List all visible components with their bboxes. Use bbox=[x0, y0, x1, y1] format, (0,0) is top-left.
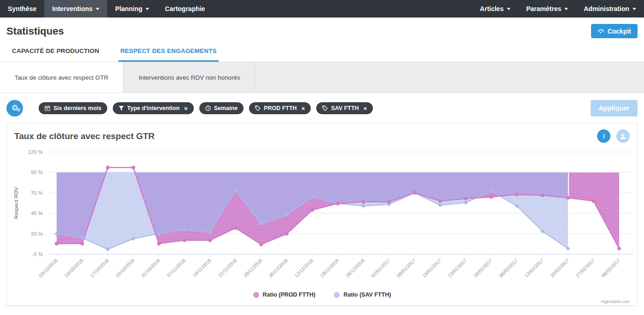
x-axis-tick-label: 09/01/2017 bbox=[395, 257, 417, 279]
subtab-taux-de-cloture[interactable]: Taux de clôture avec respect GTR bbox=[0, 62, 123, 93]
x-axis-tick-label: 10/10/2016 bbox=[63, 257, 84, 279]
nav-label: Paramètres bbox=[526, 5, 561, 12]
prod-marker[interactable] bbox=[438, 199, 442, 203]
remove-filter-icon[interactable]: × bbox=[363, 105, 367, 112]
cockpit-button[interactable]: Cockpit bbox=[591, 24, 638, 38]
x-axis-tick-label: 16/01/2017 bbox=[421, 257, 442, 279]
prod-marker[interactable] bbox=[413, 191, 417, 195]
nav-item-interventions[interactable]: Interventions bbox=[44, 0, 107, 18]
chart-card-header: Taux de clôture avec respect GTR i bbox=[7, 123, 637, 143]
gear-icon: ⚙ bbox=[17, 102, 21, 118]
nav-item-synthese[interactable]: Synthèse bbox=[0, 0, 44, 18]
prod-marker[interactable] bbox=[310, 208, 314, 212]
remove-filter-icon[interactable]: × bbox=[184, 105, 188, 112]
prod-marker[interactable] bbox=[617, 247, 621, 251]
prod-marker[interactable] bbox=[208, 239, 212, 242]
x-axis-tick-label: 21/11/2016 bbox=[217, 257, 238, 278]
legend-item-sav-ftth[interactable]: Ratio (SAV FTTH) bbox=[334, 292, 391, 298]
x-axis-tick-label: 14/11/2016 bbox=[191, 257, 212, 278]
prod-marker[interactable] bbox=[285, 232, 289, 236]
prod-marker[interactable] bbox=[362, 200, 366, 204]
filter-chips: Six derniers mois Type d'intervention × … bbox=[39, 102, 373, 114]
nav-label: Articles bbox=[480, 5, 504, 12]
nav-item-articles[interactable]: Articles bbox=[472, 0, 518, 18]
legend-label: Ratio (SAV FTTH) bbox=[343, 292, 391, 298]
top-nav: Synthèse Interventions Planning Cartogra… bbox=[0, 0, 644, 18]
prod-marker[interactable] bbox=[106, 166, 110, 169]
prod-marker[interactable] bbox=[515, 192, 519, 196]
x-axis-tick-label: 02/01/2017 bbox=[370, 257, 391, 279]
download-button[interactable] bbox=[616, 129, 630, 143]
sub-tabs: Taux de clôture avec respect GTR Interve… bbox=[0, 62, 644, 93]
x-axis-tick-label: 24/10/2016 bbox=[114, 257, 135, 279]
x-axis-tick-label: 03/10/2016 bbox=[38, 257, 59, 279]
filter-bar: ⚙⚙ Six derniers mois Type d'intervention… bbox=[0, 93, 644, 123]
prod-marker[interactable] bbox=[566, 196, 570, 199]
tab-capacite-de-production[interactable]: CAPACITÉ DE PRODUCTION bbox=[10, 41, 101, 62]
x-axis-tick-label: 30/01/2017 bbox=[472, 257, 493, 279]
chevron-down-icon bbox=[145, 8, 149, 10]
x-axis-tick-label: 12/12/2016 bbox=[293, 257, 314, 279]
chip-label: Semaine bbox=[214, 105, 238, 111]
funnel-icon bbox=[119, 106, 124, 111]
x-axis-tick-label: 13/02/2017 bbox=[523, 257, 545, 279]
subtab-rdv-non-honores[interactable]: Interventions avec RDV non honorés bbox=[123, 62, 256, 93]
legend-item-prod-ftth[interactable]: Ratio (PROD FTTH) bbox=[253, 292, 316, 298]
calendar-icon bbox=[45, 105, 50, 111]
y-axis-tick-label: 70 % bbox=[31, 190, 43, 196]
nav-item-planning[interactable]: Planning bbox=[107, 0, 157, 18]
chip-prod-ftth[interactable]: PROD FTTH × bbox=[249, 102, 311, 114]
nav-label: Cartographie bbox=[165, 5, 205, 12]
area-prod-region bbox=[569, 172, 619, 248]
legend-marker-sav bbox=[334, 292, 340, 298]
tag-icon bbox=[322, 105, 328, 111]
chip-type-intervention[interactable]: Type d'intervention × bbox=[113, 102, 193, 114]
prod-marker[interactable] bbox=[592, 199, 595, 203]
x-axis-tick-label: 28/11/2016 bbox=[243, 257, 263, 278]
prod-marker[interactable] bbox=[157, 242, 161, 245]
x-axis-tick-label: 20/02/2017 bbox=[549, 257, 570, 279]
legend-marker-prod bbox=[253, 292, 259, 298]
y-axis-tick-label: 120 % bbox=[28, 149, 43, 155]
prod-marker[interactable] bbox=[234, 226, 238, 230]
nav-item-parametres[interactable]: Paramètres bbox=[518, 0, 576, 18]
nav-label: Administration bbox=[584, 5, 629, 12]
prod-marker[interactable] bbox=[183, 239, 186, 242]
prod-marker[interactable] bbox=[540, 193, 544, 197]
area-chart[interactable]: -5 %20 %45 %70 %95 %120 %Respect RDV03/1… bbox=[7, 143, 637, 289]
nav-item-administration[interactable]: Administration bbox=[576, 0, 644, 18]
x-axis-tick-label: 06/02/2017 bbox=[498, 257, 519, 279]
clock-icon bbox=[205, 105, 211, 111]
cockpit-label: Cockpit bbox=[608, 28, 631, 35]
nav-spacer bbox=[213, 0, 472, 18]
highcharts-credit[interactable]: Highcharts.com bbox=[601, 299, 630, 304]
remove-filter-icon[interactable]: × bbox=[302, 105, 305, 112]
prod-marker[interactable] bbox=[336, 202, 340, 205]
prod-marker[interactable] bbox=[464, 197, 468, 200]
prod-marker[interactable] bbox=[132, 166, 135, 169]
prod-marker[interactable] bbox=[55, 242, 58, 245]
info-button[interactable]: i bbox=[597, 129, 610, 143]
filter-settings-button[interactable]: ⚙⚙ bbox=[6, 100, 23, 117]
prod-marker[interactable] bbox=[259, 243, 263, 246]
x-axis-tick-label: 07/11/2016 bbox=[166, 257, 186, 278]
chip-semaine[interactable]: Semaine bbox=[199, 102, 244, 114]
nav-item-cartographie[interactable]: Cartographie bbox=[157, 0, 213, 18]
y-axis-tick-label: 45 % bbox=[31, 210, 43, 216]
prod-marker[interactable] bbox=[387, 200, 391, 204]
x-axis-tick-label: 27/02/2017 bbox=[574, 257, 596, 279]
chart-title: Taux de clôture avec respect GTR bbox=[14, 131, 155, 141]
chip-sav-ftth[interactable]: SAV FTTH × bbox=[316, 102, 373, 114]
prod-marker[interactable] bbox=[81, 242, 84, 245]
chip-six-derniers-mois[interactable]: Six derniers mois bbox=[39, 102, 107, 114]
chip-label: PROD FTTH bbox=[264, 105, 297, 111]
chevron-down-icon bbox=[564, 8, 568, 10]
nav-label: Synthèse bbox=[8, 5, 36, 12]
tab-respect-des-engagements[interactable]: RESPECT DES ENGAGEMENTS bbox=[118, 41, 218, 62]
x-axis-tick-label: 17/10/2016 bbox=[89, 257, 110, 279]
x-axis-tick-label: 06/03/2017 bbox=[600, 257, 621, 279]
apply-button[interactable]: Appliquer bbox=[591, 100, 638, 117]
chevron-down-icon bbox=[632, 8, 636, 10]
download-icon bbox=[620, 133, 626, 139]
prod-marker[interactable] bbox=[489, 195, 493, 199]
